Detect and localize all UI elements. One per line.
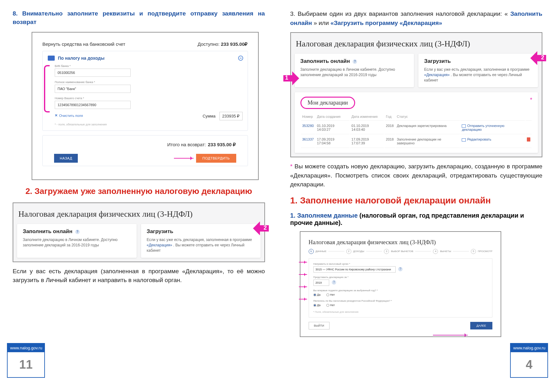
badge-url-right: www.nalog.gov.ru bbox=[511, 344, 547, 352]
bank-available: Доступно: 233 935.00₽ bbox=[198, 41, 248, 47]
annotation-arrow-1: 1 bbox=[283, 71, 302, 85]
wizard-annotation-arrows bbox=[299, 262, 307, 299]
cell-year: 2018 bbox=[385, 121, 395, 134]
exit-button[interactable]: ВЫЙТИ bbox=[309, 322, 330, 329]
p3-d: «Загрузить программу «Декларация» bbox=[330, 20, 442, 26]
wiz-f2-select[interactable]: 2019 bbox=[313, 280, 329, 286]
total-value: 233 935.00 ₽ bbox=[208, 142, 236, 148]
arrow-1-num: 1 bbox=[285, 75, 288, 81]
row-action-link[interactable]: Отправить уточненную декларацию bbox=[462, 124, 504, 131]
option-upload-heading[interactable]: Загрузить bbox=[147, 228, 255, 235]
decl-num-link[interactable]: 361337 bbox=[302, 137, 314, 141]
upload-text-link: «Декларация» bbox=[147, 243, 172, 247]
trash-icon[interactable] bbox=[527, 137, 530, 142]
bankname-input[interactable]: ПАО "Банк" bbox=[55, 85, 131, 93]
back-button[interactable]: НАЗАД bbox=[54, 154, 78, 163]
annotation-arrow-2: 2 bbox=[250, 221, 269, 235]
bank-title: Вернуть средства на банковский счет bbox=[42, 41, 125, 47]
bik-label: БИК банка * bbox=[55, 64, 243, 68]
step-3: 3 bbox=[384, 249, 389, 254]
brace-annotation bbox=[44, 65, 50, 112]
step-4: 4 bbox=[433, 249, 438, 254]
sum-input[interactable]: 233935 ₽ bbox=[219, 112, 243, 120]
col-status: Статус bbox=[396, 113, 460, 121]
help-icon[interactable]: ? bbox=[353, 59, 357, 64]
decl-num-link[interactable]: 353280 bbox=[302, 124, 314, 128]
body-paragraph-left: Если у вас есть декларация (заполненная … bbox=[13, 267, 265, 285]
heading-sub-1: 1. Заполняем данные (налоговый орган, го… bbox=[290, 212, 543, 226]
option-online-label-r: Заполнить онлайн bbox=[300, 58, 350, 64]
help-icon[interactable]: ? bbox=[332, 280, 336, 285]
help-icon[interactable]: ? bbox=[75, 230, 80, 234]
collapse-icon[interactable] bbox=[238, 56, 243, 61]
clear-label: Очистить поля bbox=[59, 114, 83, 118]
wiz-hint: * Поля, обязательные для заполнения bbox=[313, 311, 488, 313]
bankname-label: Полное наименование банка * bbox=[55, 81, 243, 84]
radio-no-label: Нет bbox=[330, 293, 335, 296]
step-1-label: ДАННЫЕ bbox=[316, 250, 327, 253]
declarations-table: Номер Дата создания Дата изменения Год С… bbox=[300, 112, 533, 148]
upload-text-link-r: «Декларация» bbox=[424, 73, 450, 77]
step-5-label: ПРОСМОТР bbox=[478, 250, 492, 253]
table-row: 361337 17.09.2019 17:04:58 17.09.2019 17… bbox=[301, 135, 532, 148]
wiz-f1-label: Направить в налоговый орган * bbox=[313, 262, 488, 265]
wiz-f1-select[interactable]: 3015 — УФНС России по Кировскому району … bbox=[313, 266, 396, 273]
total-label: Итого на возврат: bbox=[167, 142, 206, 148]
star-annotation: * bbox=[530, 97, 532, 103]
p3-c: » или bbox=[314, 20, 330, 26]
decl-card-title: Налоговая декларация физических лиц (3-Н… bbox=[17, 207, 261, 224]
wiz-f2-label: Представить декларацию за * bbox=[313, 276, 488, 279]
bik-input[interactable]: 051000256 bbox=[55, 69, 131, 77]
bank-section-label: По налогу на доходы bbox=[58, 56, 104, 61]
row-action-link[interactable]: Редактировать bbox=[467, 137, 491, 141]
step-4-label: ВЫЧЕТЫ bbox=[440, 250, 451, 253]
cell-status: Заполнение декларации не завершено bbox=[396, 135, 460, 148]
step-5: 5 bbox=[471, 249, 476, 254]
required-hint: * - поля, обязательные для заполнения bbox=[55, 123, 243, 126]
cell-created: 17.09.2019 17:04:58 bbox=[316, 135, 349, 148]
acct-label: Номер Вашего счета * bbox=[55, 97, 243, 100]
bank-avail-value: 233 935.00₽ bbox=[221, 41, 248, 47]
col-changed: Дата изменения bbox=[350, 113, 384, 121]
radio-yes-label: Да bbox=[317, 293, 321, 296]
page-badge-right: www.nalog.gov.ru 4 bbox=[510, 343, 548, 378]
acct-input[interactable]: 12345678901234567890 bbox=[55, 101, 131, 109]
option-upload-heading-r[interactable]: Загрузить bbox=[424, 58, 532, 64]
radio-no[interactable] bbox=[326, 293, 329, 296]
total-row: Итого на возврат: 233 935.00 ₽ bbox=[48, 139, 242, 151]
heading-red-2: 2. Загружаем уже заполненную налоговую д… bbox=[13, 186, 265, 196]
radio-no-2[interactable] bbox=[326, 304, 329, 307]
cell-created: 01.10.2019 14:03:27 bbox=[316, 121, 349, 134]
col-num: Номер bbox=[301, 113, 315, 121]
screenshot-bank-form: Вернуть средства на банковский счет Дост… bbox=[32, 32, 259, 180]
option-online-heading[interactable]: Заполнить онлайн ? bbox=[23, 228, 131, 235]
cash-icon bbox=[48, 56, 55, 61]
wiz-q1-label: Вы впервые подаете декларацию за выбранн… bbox=[313, 289, 488, 292]
decl-card-title-r: Налоговая декларация физических лиц (3-Н… bbox=[295, 37, 538, 54]
annotation-arrow-next bbox=[433, 335, 468, 335]
p3-a: 3. Выбираем один из двух вариантов запол… bbox=[290, 10, 508, 17]
option-upload-text: Если у вас уже есть декларация, заполнен… bbox=[147, 237, 255, 253]
radio-yes[interactable] bbox=[313, 293, 316, 296]
screenshot-declaration-options-right: Налоговая декларация физических лиц (3-Н… bbox=[290, 32, 543, 157]
upload-text-a: Если у вас уже есть декларация, заполнен… bbox=[147, 238, 252, 242]
mail-icon bbox=[462, 124, 466, 128]
cell-status: Декларация зарегистрирована bbox=[396, 121, 460, 134]
help-icon[interactable]: ? bbox=[398, 267, 403, 271]
my-declarations-tab[interactable]: Мои декларации bbox=[300, 97, 355, 109]
confirm-button[interactable]: ПОДТВЕРДИТЬ bbox=[196, 154, 236, 163]
option-online-heading-r[interactable]: Заполнить онлайн ? bbox=[300, 58, 409, 64]
page-badge-left: www.nalog.gov.ru 11 bbox=[7, 343, 45, 378]
next-button[interactable]: ДАЛЕЕ bbox=[470, 322, 492, 329]
arrow-2-num-r: 2 bbox=[541, 54, 544, 61]
option-online-label: Заполнить онлайн bbox=[23, 228, 72, 234]
note-paragraph: * Вы можете создать новую декларацию, за… bbox=[290, 162, 543, 189]
heading-sub-blue: 1. Заполняем данные bbox=[290, 212, 358, 219]
badge-url-left: www.nalog.gov.ru bbox=[8, 344, 44, 352]
badge-num-right: 4 bbox=[511, 352, 547, 377]
wizard-steps: 1ДАННЫЕ 2ДОХОДЫ 3ВЫБОР ВЫЧЕТОВ 4ВЫЧЕТЫ 5… bbox=[309, 249, 493, 254]
badge-num-left: 11 bbox=[8, 352, 44, 377]
sum-label: Сумма bbox=[203, 114, 216, 118]
heading-8: 8. Внимательно заполните реквизиты и под… bbox=[13, 9, 265, 26]
radio-yes-2[interactable] bbox=[313, 304, 316, 307]
